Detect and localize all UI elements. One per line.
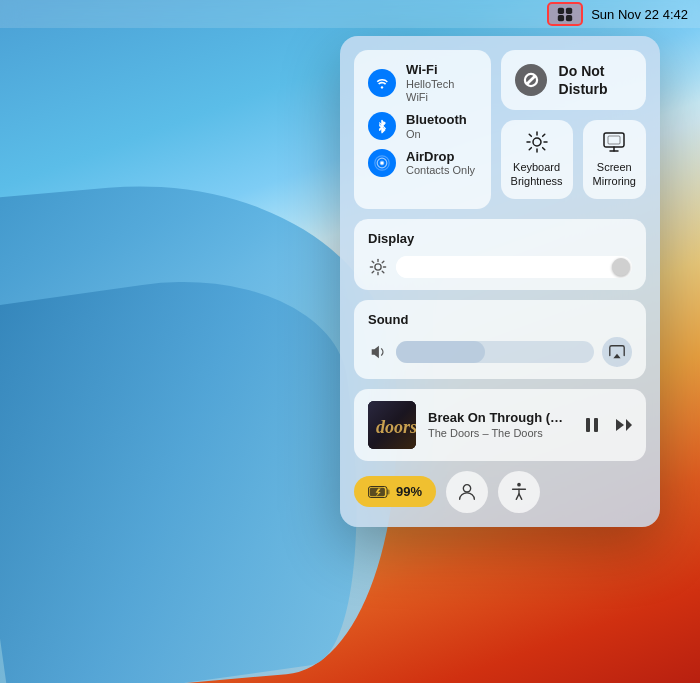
- cc-right-column: Do Not Disturb: [501, 50, 646, 209]
- album-art: doors: [368, 401, 416, 449]
- dnd-text: Do Not Disturb: [559, 62, 608, 98]
- playback-controls: [582, 415, 632, 435]
- keyboard-brightness-tile[interactable]: Keyboard Brightness: [501, 120, 573, 199]
- cc-bottom-bar: 99%: [354, 471, 646, 513]
- bluetooth-item[interactable]: Bluetooth On: [368, 112, 477, 141]
- dnd-title-line2: Disturb: [559, 81, 608, 97]
- airdrop-icon-bg: [368, 149, 396, 177]
- menubar-datetime: Sun Nov 22 4:42: [591, 7, 688, 22]
- svg-rect-0: [558, 8, 564, 14]
- screen-mirroring-icon: [602, 130, 626, 154]
- cc-connectivity-tile[interactable]: Wi-Fi HelloTech WiFi Bluetooth On: [354, 50, 491, 209]
- wifi-icon-bg: [368, 69, 396, 97]
- wifi-item[interactable]: Wi-Fi HelloTech WiFi: [368, 62, 477, 104]
- airplay-button[interactable]: [602, 337, 632, 367]
- now-playing-info: Break On Through (To T... The Doors – Th…: [428, 410, 570, 439]
- cc-top-row: Wi-Fi HelloTech WiFi Bluetooth On: [354, 50, 646, 209]
- svg-point-7: [380, 162, 383, 165]
- screen-mirroring-label: Screen Mirroring: [593, 160, 636, 189]
- do-not-disturb-icon: [515, 64, 547, 96]
- battery-percent: 99%: [396, 484, 422, 499]
- svg-rect-33: [586, 418, 590, 432]
- screen-mirroring-tile[interactable]: Screen Mirroring: [583, 120, 646, 199]
- menubar: Sun Nov 22 4:42: [0, 0, 700, 28]
- svg-rect-34: [594, 418, 598, 432]
- svg-rect-36: [387, 489, 390, 494]
- now-playing-artist: The Doors – The Doors: [428, 427, 570, 439]
- skip-forward-button[interactable]: [612, 415, 632, 435]
- sound-title: Sound: [368, 312, 632, 327]
- svg-line-12: [529, 134, 531, 136]
- svg-point-38: [463, 484, 470, 491]
- bluetooth-text: Bluetooth On: [406, 112, 467, 141]
- wifi-subtitle: HelloTech WiFi: [406, 78, 477, 104]
- keyboard-brightness-label: Keyboard Brightness: [511, 160, 563, 189]
- bluetooth-title: Bluetooth: [406, 112, 467, 128]
- svg-point-21: [375, 263, 381, 269]
- svg-text:doors: doors: [376, 417, 416, 437]
- sound-section: Sound: [354, 300, 646, 379]
- airdrop-text: AirDrop Contacts Only: [406, 149, 475, 178]
- bluetooth-icon-bg: [368, 112, 396, 140]
- svg-line-26: [372, 261, 374, 263]
- airdrop-subtitle: Contacts Only: [406, 164, 475, 177]
- brightness-slider[interactable]: [396, 256, 632, 278]
- svg-line-28: [382, 261, 384, 263]
- brightness-slider-row: [368, 256, 632, 278]
- volume-icon: [368, 342, 388, 362]
- svg-rect-18: [608, 136, 620, 144]
- volume-row: [368, 337, 632, 367]
- album-art-inner: doors: [368, 401, 416, 449]
- svg-rect-17: [604, 133, 624, 147]
- now-playing-section: doors Break On Through (To T... The Door…: [354, 389, 646, 461]
- user-icon: [456, 481, 478, 503]
- user-button[interactable]: [446, 471, 488, 513]
- svg-line-14: [542, 134, 544, 136]
- display-title: Display: [368, 231, 632, 246]
- wifi-title: Wi-Fi: [406, 62, 477, 78]
- svg-line-13: [542, 148, 544, 150]
- svg-line-15: [529, 148, 531, 150]
- cc-small-tiles-row: Keyboard Brightness Screen Mirroring: [501, 120, 646, 199]
- svg-line-29: [372, 271, 374, 273]
- accessibility-icon: [508, 481, 530, 503]
- volume-slider[interactable]: [396, 341, 594, 363]
- svg-rect-2: [558, 15, 564, 21]
- menubar-right: Sun Nov 22 4:42: [547, 2, 688, 26]
- display-section: Display: [354, 219, 646, 290]
- svg-rect-1: [566, 8, 572, 14]
- do-not-disturb-tile[interactable]: Do Not Disturb: [501, 50, 646, 110]
- dnd-title-line1: Do Not: [559, 63, 605, 79]
- wifi-text: Wi-Fi HelloTech WiFi: [406, 62, 477, 104]
- brightness-icon: [368, 257, 388, 277]
- control-center-panel: Wi-Fi HelloTech WiFi Bluetooth On: [340, 36, 660, 527]
- accessibility-button[interactable]: [498, 471, 540, 513]
- control-center-button[interactable]: [547, 2, 583, 26]
- airdrop-item[interactable]: AirDrop Contacts Only: [368, 149, 477, 178]
- now-playing-title: Break On Through (To T...: [428, 410, 570, 425]
- svg-rect-3: [566, 15, 572, 21]
- svg-point-39: [517, 482, 521, 486]
- svg-line-27: [382, 271, 384, 273]
- keyboard-brightness-icon: [525, 130, 549, 154]
- battery-status[interactable]: 99%: [354, 476, 436, 507]
- svg-point-16: [533, 138, 541, 146]
- bluetooth-subtitle: On: [406, 128, 467, 141]
- pause-button[interactable]: [582, 415, 602, 435]
- airdrop-title: AirDrop: [406, 149, 475, 165]
- battery-icon: [368, 485, 390, 499]
